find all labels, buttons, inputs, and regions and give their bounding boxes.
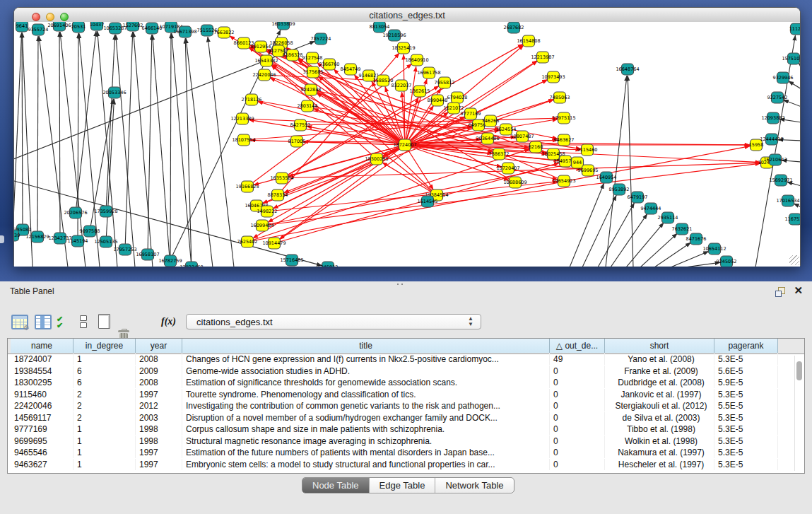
graph-node[interactable]: 15751074 [782,53,800,64]
column-header-title[interactable]: title [182,339,550,353]
graph-node[interactable]: 16033809 [271,22,295,30]
tab-edge-table[interactable]: Edge Table [370,478,436,493]
graph-node[interactable]: 7857224 [311,33,331,45]
graph-node[interactable]: 19166825 [235,181,259,192]
graph-node[interactable]: 16154808 [517,35,540,47]
table-row[interactable]: 2242004622012Investigating the contribut… [8,400,804,412]
graph-node[interactable]: 9474444 [641,203,661,214]
graph-node[interactable]: 3175685 [303,66,324,78]
graph-node[interactable]: 15716485 [280,255,303,266]
select-all-columns-icon[interactable]: ✔✔ [57,316,62,329]
table-row[interactable]: 1830029562008Estimation of significance … [8,377,804,389]
function-builder-icon[interactable]: f(x) [161,316,176,327]
graph-node[interactable]: 16961758 [417,67,440,78]
graph-node[interactable]: 10914479 [262,238,286,249]
collapsed-panel-handle[interactable] [0,235,4,243]
network-view-window[interactable]: citations_edges.txt 18724007866012389129… [13,7,801,267]
graph-node[interactable]: 8813054 [370,22,390,33]
graph-node[interactable]: 1362615 [410,86,430,97]
graph-node[interactable]: 6479197 [628,192,648,203]
table-row[interactable]: 946554611997Estimation of the future num… [8,447,804,459]
graph-node[interactable]: 15692971 [769,175,792,186]
tab-node-table[interactable]: Node Table [302,478,370,493]
window-titlebar[interactable]: citations_edges.txt [14,8,800,23]
vertical-scrollbar[interactable] [794,356,803,471]
graph-node[interactable]: 10437 [90,22,105,30]
graph-node[interactable]: 12213389 [230,113,254,124]
graph-node[interactable]: 9641 [16,22,28,32]
tab-network-table[interactable]: Network Table [435,478,513,493]
new-column-icon[interactable] [98,314,110,329]
graph-node-label: 16353584 [270,175,293,181]
graph-node[interactable]: 62160 [529,141,543,153]
graph-edge [570,183,604,267]
column-header-year[interactable]: year [136,339,182,353]
graph-node[interactable]: 12444418 [760,134,783,145]
graph-node[interactable]: 18640910 [405,54,428,66]
table-row[interactable]: 946362711997Embryonic stem cells: a mode… [8,459,804,471]
graph-node[interactable]: 2935114 [658,212,678,223]
graph-node[interactable]: 17359928 [94,206,117,217]
graph-node[interactable]: 20531 [71,22,86,33]
graph-node[interactable]: 12213987 [531,52,554,63]
graph-node[interactable]: 8953892 [609,184,630,195]
graph-node[interactable]: 7485063 [550,92,570,103]
graph-node[interactable]: 17975115 [552,112,575,124]
graph-node[interactable]: 2718126 [242,94,262,105]
column-header-name[interactable]: name [11,339,73,353]
column-header-in_degree[interactable]: in_degree [73,339,136,353]
split-pane-grip[interactable] [396,282,404,286]
graph-node[interactable]: 12923468 [180,262,203,267]
select-columns-icon[interactable] [35,315,52,329]
graph-node[interactable]: 944 [572,157,584,168]
graph-node[interactable]: 9245012 [318,262,339,267]
graph-node[interactable]: 9463627 [554,134,575,146]
citation-network-graph[interactable]: 1872400786601238912954182260589127508818… [14,22,800,267]
table-row[interactable]: 911546021997Tourette syndrome. Phenomeno… [8,389,804,401]
table-row[interactable]: 969969511998Structural magnetic resonanc… [8,436,804,448]
table-settings-icon[interactable]: ⚙ [11,315,28,329]
scrollbar-thumb[interactable] [796,361,802,380]
table-row[interactable]: 1456911722003Disruption of a novel membe… [8,412,804,424]
graph-node[interactable]: 16353584 [270,173,293,184]
graph-node[interactable]: 2803144 [298,100,318,112]
column-header-out_de[interactable]: △ out_de... [550,339,605,353]
graph-node[interactable]: 8454749 [341,64,361,75]
column-header-short[interactable]: short [605,339,714,353]
close-panel-icon[interactable]: ✕ [794,285,803,296]
column-header-pagerank[interactable]: pagerank [714,339,778,353]
graph-node[interactable]: 8471676 [686,233,707,245]
graph-node[interactable]: 9227542 [767,92,788,103]
graph-node[interactable]: 1167534 [785,214,800,225]
graph-node[interactable]: 16648764 [616,64,639,75]
graph-node[interactable]: 20206576 [64,207,87,218]
graph-node[interactable]: 7632621 [672,223,693,235]
graph-node[interactable]: 19218596 [382,30,406,41]
graph-node[interactable]: 20053346 [102,87,126,98]
table-row[interactable]: 1938455462009Genome-wide association stu… [8,366,804,378]
graph-node[interactable]: 18107554 [232,134,255,146]
graph-node[interactable]: 8878334 [268,189,288,201]
graph-node[interactable]: 10688609 [503,177,526,188]
network-canvas[interactable]: 1872400786601238912954182260589127508818… [14,22,800,267]
graph-node[interactable]: 10654112 [702,243,726,255]
graph-node[interactable]: 15720407 [496,163,519,174]
graph-node[interactable]: 6794028 [447,92,468,103]
graph-node[interactable]: 16958107 [136,249,159,260]
graph-node[interactable]: 8322037 [392,80,412,91]
graph-node[interactable]: 2687682 [504,22,524,33]
float-panel-icon[interactable] [775,287,785,296]
graph-node[interactable]: 12093882 [761,112,784,124]
graph-node[interactable]: 11124 [789,23,800,35]
table-row[interactable]: 977716911998Corpus callosum shape and si… [8,424,804,436]
window-resize-grip[interactable] [789,255,799,265]
graph-node[interactable]: 16782759 [158,255,182,267]
graph-node[interactable]: 18325419 [392,42,415,54]
graph-node[interactable]: 9245052 [717,256,737,267]
table-select-dropdown[interactable]: citations_edges.txt ▲▼ [186,314,481,329]
table-row[interactable]: 1872400712008Changes of HCN gene express… [8,354,804,366]
graph-node[interactable]: 20691406 [47,22,71,31]
graph-node[interactable]: 9355724 [28,24,49,35]
graph-node[interactable]: 16099484 [250,220,273,231]
row-height-icon[interactable] [80,315,87,329]
